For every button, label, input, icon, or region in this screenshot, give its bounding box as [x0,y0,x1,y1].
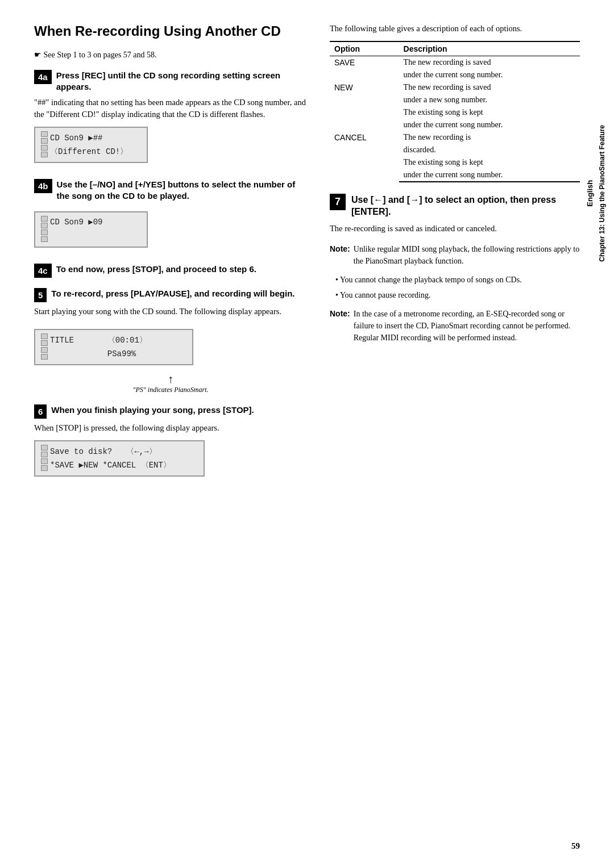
cancel-option-label: CANCEL [330,131,399,182]
step-4a-body: "##" indicating that no setting has been… [34,97,307,122]
new-option-label: NEW [330,81,399,131]
step-6-lcd-row2: *SAVE ▶NEW *CANCEL 〈ENT〉 [50,459,171,471]
table-header-row: Option Description [330,41,580,56]
page: English Chapter 13: Using the PianoSmart… [0,0,614,868]
step-4b-label: 4b Use the [–/NO] and [+/YES] buttons to… [34,179,307,202]
left-column: When Re-recording Using Another CD See S… [34,23,307,490]
cancel-desc-4: under the current song number. [399,169,580,182]
col-option-header: Option [330,41,399,56]
step-5-body: Start playing your song with the CD soun… [34,306,307,318]
table-row-save: SAVE The new recording is saved [330,56,580,69]
step-5-badge: 5 [34,288,47,302]
cancel-desc-2: discarded. [399,144,580,156]
step-5-lcd-row2: PSa99% [50,348,136,360]
step-6-label: 6 When you finish playing your song, pre… [34,404,307,419]
note-2: Note: In the case of a metronome recordi… [330,308,580,344]
note-2-text: In the case of a metronome recording, an… [354,308,580,344]
step-4b-lcd-row1: CD Son9 ▶09 [50,216,102,228]
note-1: Note: Unlike regular MIDI song playback,… [330,243,580,267]
page-number: 59 [571,841,580,851]
bullet-2: You cannot pause recording. [335,289,580,301]
new-desc-3: The existing song is kept [399,106,580,119]
step-4b-lcd-row2 [50,229,55,242]
step-4c-label: 4c To end now, press [STOP], and proceed… [34,264,307,278]
note-1-text: Unlike regular MIDI song playback, the f… [354,243,580,267]
step-4a-title: Press [REC] until the CD song recording … [56,70,307,93]
step-6-lcd: Save to disk? 〈←,→〉 *SAVE ▶NEW *CANCEL 〈… [34,440,205,477]
table-row-new: NEW The new recording is saved [330,81,580,94]
page-title: When Re-recording Using Another CD [34,23,307,40]
step-4a: 4a Press [REC] until the CD song recordi… [34,70,307,169]
step-7-header: 7 Use [←] and [→] to select an option, t… [330,194,580,218]
bullet-list: You cannot change the playback tempo of … [330,274,580,301]
sidebar: English Chapter 13: Using the PianoSmart… [585,125,607,262]
step-4a-label: 4a Press [REC] until the CD song recordi… [34,70,307,93]
step-5-label: 5 To re-record, press [PLAY/PAUSE], and … [34,288,307,302]
step-7-title: Use [←] and [→] to select an option, the… [351,194,580,218]
step-4c-title: To end now, press [STOP], and proceed to… [56,264,256,275]
main-content: When Re-recording Using Another CD See S… [34,23,580,490]
save-desc-1: The new recording is saved [399,56,580,69]
step-4b: 4b Use the [–/NO] and [+/YES] buttons to… [34,179,307,253]
step-5-lcd-row1: TITLE 〈00:01〉 [50,334,147,347]
step-5-title: To re-record, press [PLAY/PAUSE], and re… [51,288,294,299]
step-6-badge: 6 [34,404,47,419]
bullet-1: You cannot change the playback tempo of … [335,274,580,286]
arrow-up-icon: ↑ [34,373,307,385]
table-intro: The following table gives a description … [330,23,580,35]
step-4a-badge: 4a [34,70,52,84]
sidebar-chapter: Chapter 13: Using the PianoSmart Feature [598,125,607,262]
cancel-desc-1: The new recording is [399,131,580,144]
table-row-cancel: CANCEL The new recording is [330,131,580,144]
see-step-note: See Step 1 to 3 on pages 57 and 58. [34,50,307,60]
note-2-label: Note: [330,308,350,320]
step-5: 5 To re-record, press [PLAY/PAUSE], and … [34,288,307,395]
step-7-badge: 7 [330,194,346,210]
step-5-lcd: TITLE 〈00:01〉 PSa99% [34,329,193,365]
new-desc-4: under the current song number. [399,119,580,131]
new-desc-1: The new recording is saved [399,81,580,94]
step-6-title: When you finish playing your song, press… [51,404,254,416]
step-4a-lcd-row1: CD Son9 ▶## [50,132,102,144]
col-description-header: Description [399,41,580,56]
save-option-label: SAVE [330,56,399,81]
step-4c-badge: 4c [34,264,52,278]
cancel-desc-3: The existing song is kept [399,156,580,169]
step-6-body: When [STOP] is pressed, the following di… [34,422,307,435]
step-4b-badge: 4b [34,179,52,193]
new-desc-2: under a new song number. [399,94,580,106]
step-6: 6 When you finish playing your song, pre… [34,404,307,482]
step-4c: 4c To end now, press [STOP], and proceed… [34,264,307,278]
ps-caption: "PS" indicates PianoSmart. [34,386,307,394]
options-table: Option Description SAVE The new recordin… [330,41,580,182]
sidebar-language: English [585,180,595,207]
note-1-label: Note: [330,243,350,255]
right-column: The following table gives a description … [330,23,580,490]
step-4a-lcd: CD Son9 ▶## 〈Different CD!〉 [34,127,148,163]
step-4b-lcd: CD Son9 ▶09 [34,211,148,248]
step-6-lcd-row1: Save to disk? 〈←,→〉 [50,445,157,458]
save-desc-2: under the current song number. [399,69,580,81]
step-4a-lcd-row2: 〈Different CD!〉 [50,145,128,158]
step-7-body: The re-recording is saved as indicated o… [330,223,580,235]
step-4b-title: Use the [–/NO] and [+/YES] buttons to se… [57,179,307,202]
